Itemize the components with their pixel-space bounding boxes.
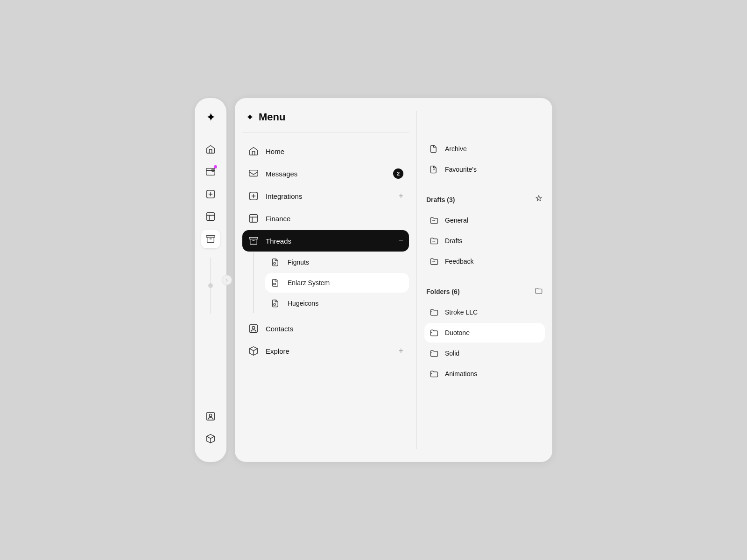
favourites-icon	[429, 164, 439, 175]
drafts-title: Drafts (3)	[426, 196, 455, 203]
sub-item-fignuts[interactable]: Fignuts	[265, 252, 409, 272]
menu-item-threads[interactable]: Threads −	[242, 230, 409, 252]
threads-label: Threads	[266, 237, 392, 245]
feedback-label: Feedback	[445, 258, 473, 265]
svg-rect-7	[249, 170, 258, 176]
duotone-icon	[429, 328, 439, 338]
sidebar-handle[interactable]: ›	[222, 275, 232, 285]
left-column: ✦ Menu Home Messages 2	[235, 111, 417, 449]
duotone-label: Duotone	[445, 329, 470, 336]
sidebar-item-contacts[interactable]	[201, 407, 220, 426]
messages-label: Messages	[266, 170, 387, 178]
archive-label: Archive	[445, 145, 467, 153]
animations-label: Animations	[445, 370, 477, 378]
home-label: Home	[266, 147, 403, 155]
drafts-section-header: Drafts (3)	[424, 191, 545, 209]
threads-icon	[248, 235, 259, 246]
right-divider-2	[424, 277, 545, 277]
sidebar-item-add[interactable]	[201, 185, 220, 203]
animations-icon	[429, 369, 439, 379]
right-item-solid[interactable]: Solid	[424, 343, 545, 363]
general-folder-icon	[429, 215, 439, 225]
threads-collapse-action[interactable]: −	[398, 236, 403, 246]
folders-add-action[interactable]	[535, 287, 543, 297]
finance-label: Finance	[266, 215, 403, 223]
menu-item-home[interactable]: Home	[242, 140, 409, 162]
drafts-label: Drafts	[445, 237, 462, 245]
right-item-feedback[interactable]: Feedback	[424, 252, 545, 271]
sub-item-enlarz-system[interactable]: Enlarz System	[265, 273, 409, 293]
sidebar-logo: ✦	[201, 108, 220, 127]
menu-item-contacts[interactable]: Contacts	[242, 318, 409, 339]
svg-point-6	[209, 414, 212, 417]
general-label: General	[445, 217, 468, 224]
fignuts-label: Fignuts	[288, 259, 309, 266]
right-item-duotone[interactable]: Duotone	[424, 323, 545, 343]
sidebar-item-archive[interactable]	[201, 230, 220, 248]
right-item-favourites[interactable]: Favourite's	[424, 160, 545, 179]
drafts-pin-action[interactable]	[535, 195, 543, 205]
enlarz-label: Enlarz System	[288, 279, 330, 287]
sidebar-divider	[211, 258, 211, 314]
integrations-label: Integrations	[266, 192, 392, 200]
hugeicons-icon	[271, 298, 281, 308]
right-item-animations[interactable]: Animations	[424, 364, 545, 384]
right-item-stroke-llc[interactable]: Stroke LLC	[424, 302, 545, 322]
main-panel: ✦ Menu Home Messages 2	[235, 98, 552, 462]
sidebar-item-inbox[interactable]	[201, 162, 220, 181]
svg-rect-9	[250, 215, 258, 223]
menu-item-explore[interactable]: Explore +	[242, 340, 409, 362]
explore-icon	[248, 345, 259, 357]
svg-rect-4	[206, 236, 215, 238]
integrations-action[interactable]: +	[398, 191, 403, 201]
sidebar-item-home[interactable]	[201, 140, 220, 159]
sidebar-item-layout[interactable]	[201, 207, 220, 226]
explore-label: Explore	[266, 347, 392, 355]
menu-star-icon: ✦	[246, 112, 254, 123]
right-item-archive[interactable]: Archive	[424, 139, 545, 159]
drafts-folder-icon	[429, 236, 439, 246]
messages-badge: 2	[393, 168, 403, 179]
solid-label: Solid	[445, 350, 459, 357]
solid-icon	[429, 348, 439, 358]
threads-children: Fignuts Enlarz System Hugeicons	[254, 252, 409, 313]
menu-item-integrations[interactable]: Integrations +	[242, 185, 409, 207]
contacts-icon	[248, 323, 259, 334]
fignuts-icon	[271, 257, 281, 267]
right-item-general[interactable]: General	[424, 210, 545, 230]
menu-title: Menu	[259, 111, 285, 123]
feedback-folder-icon	[429, 256, 439, 266]
svg-point-15	[252, 326, 255, 329]
right-divider-1	[424, 185, 545, 185]
svg-rect-11	[274, 263, 275, 264]
archive-icon	[429, 144, 439, 154]
enlarz-icon	[271, 278, 281, 288]
contacts-label: Contacts	[266, 325, 403, 333]
integrations-icon	[248, 190, 259, 202]
menu-header: ✦ Menu	[242, 111, 409, 123]
svg-rect-12	[274, 283, 275, 285]
stroke-llc-icon	[429, 307, 439, 317]
stroke-llc-label: Stroke LLC	[445, 308, 478, 316]
menu-item-messages[interactable]: Messages 2	[242, 163, 409, 184]
sidebar-item-explore[interactable]	[201, 429, 220, 448]
messages-icon	[248, 168, 259, 179]
folders-title: Folders (6)	[426, 288, 460, 295]
svg-rect-13	[274, 304, 275, 305]
scene: ✦ ›	[176, 79, 571, 481]
svg-rect-10	[249, 238, 258, 239]
right-column: Archive Favourite's Drafts (3)	[417, 111, 552, 449]
inbox-badge	[214, 165, 217, 168]
explore-action[interactable]: +	[398, 346, 403, 356]
sub-item-hugeicons[interactable]: Hugeicons	[265, 294, 409, 313]
hugeicons-label: Hugeicons	[288, 300, 318, 307]
folders-section-header: Folders (6)	[424, 283, 545, 301]
favourites-label: Favourite's	[445, 166, 477, 173]
right-item-drafts[interactable]: Drafts	[424, 231, 545, 251]
narrow-sidebar: ✦ ›	[195, 98, 226, 462]
finance-icon	[248, 213, 259, 224]
menu-item-finance[interactable]: Finance	[242, 208, 409, 229]
menu-header-divider	[242, 133, 409, 133]
svg-rect-3	[207, 213, 215, 221]
home-icon	[248, 146, 259, 157]
